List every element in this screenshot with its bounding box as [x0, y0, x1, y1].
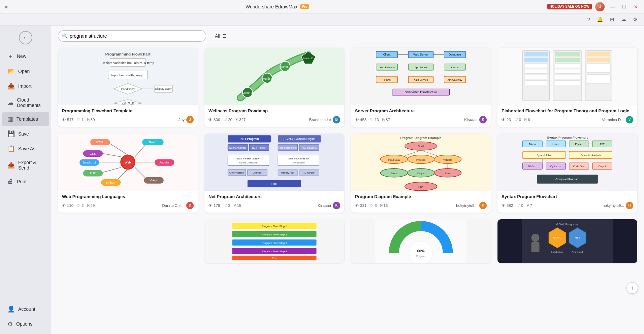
heart-icon-4: ♡ — [514, 117, 518, 122]
svg-text:CPU Processor: CPU Processor — [229, 172, 245, 174]
likes-stat-3: ♡ 13 — [370, 117, 379, 122]
svg-text:Program Flow Step 3: Program Flow Step 3 — [262, 242, 287, 245]
pro-badge: Pro — [300, 4, 309, 9]
views-stat-5: 👁 110 — [62, 203, 73, 208]
svg-rect-74 — [587, 64, 610, 73]
template-card-2[interactable]: Month 1 Month 6 Month 2 Month 12 Wellnes… — [204, 48, 344, 127]
heart-icon-7: ♡ — [370, 203, 374, 208]
search-bar-area: 🔍 All ☰ — [51, 26, 644, 45]
sidebar-item-cloud[interactable]: ☁ Cloud Documents — [2, 94, 49, 111]
eye-icon-6: 👁 — [208, 203, 213, 208]
svg-text:End: End — [418, 185, 423, 188]
search-input-wrap: 🔍 — [58, 30, 206, 42]
template-card-8[interactable]: Syntax Program Flowchart Token Lexer Par… — [497, 134, 637, 213]
sidebar-item-export[interactable]: 📤 Export & Send — [2, 156, 49, 174]
card-info-3: Server Program Architecture 👁 453 ♡ 13 ⎘ — [351, 105, 491, 127]
card-thumb-10: 60% Program — [351, 219, 491, 263]
svg-text:box-temp: box-temp — [122, 101, 134, 104]
minimize-button[interactable]: — — [608, 3, 617, 10]
sidebar-item-open[interactable]: 📂 Open — [2, 64, 49, 78]
copies-stat-2: ⎘ 327 — [236, 118, 246, 122]
svg-text:Month 12: Month 12 — [303, 57, 314, 60]
help-icon[interactable]: ? — [586, 16, 591, 23]
svg-rect-70 — [555, 81, 580, 85]
template-card-5[interactable]: Web HTML CSS JavaScript PHP — [58, 134, 198, 213]
notification-icon[interactable]: 🔔 — [595, 16, 605, 23]
user-avatar[interactable]: U — [595, 2, 605, 11]
open-icon: 📂 — [7, 68, 15, 75]
svg-text:Load Balancer: Load Balancer — [379, 66, 395, 69]
card-info-2: Wellness Program Roadmap 👁 806 ♡ 20 ⎘ 3 — [204, 105, 344, 127]
template-card-7[interactable]: Program Diagram Example Start Input Data… — [351, 134, 491, 213]
card-title-3: Server Program Architecture — [355, 108, 487, 114]
svg-text:Program Flow Step 2: Program Flow Step 2 — [262, 233, 287, 236]
svg-text:Program Flow Step 1: Program Flow Step 1 — [262, 225, 287, 228]
template-card-1[interactable]: Programming Flowchart Declare variables … — [58, 48, 198, 127]
svg-text:Task-Parallel Library: Task-Parallel Library — [237, 157, 260, 160]
sidebar-item-templates[interactable]: ▦ Templates — [2, 112, 49, 126]
template-card-11[interactable]: GOAL Programs GOAL NET Architecture Fram… — [497, 219, 637, 263]
search-input[interactable] — [58, 30, 206, 42]
holiday-badge: HOLIDAY SALE ON NOW — [547, 4, 592, 9]
svg-text:NET Headers: NET Headers — [301, 146, 317, 149]
heart-icon-8: ♡ — [516, 203, 520, 208]
template-card-6[interactable]: .NET Program PLZNG Evolution Engine Quer… — [204, 134, 344, 213]
svg-text:Code Gen: Code Gen — [573, 165, 585, 168]
sidebar-item-options[interactable]: ⚙ Options — [2, 317, 49, 331]
heart-icon-3: ♡ — [370, 117, 374, 122]
copies-stat-5: ⎘ 29 — [87, 203, 95, 208]
eye-icon-7: 👁 — [355, 203, 359, 208]
settings-icon[interactable]: ⚙ — [632, 16, 639, 23]
sidebar-item-import[interactable]: 📥 Import — [2, 79, 49, 93]
sidebar-item-import-label: Import — [18, 83, 32, 89]
card-info-5: Web Programming Languages 👁 110 ♡ 2 ⎘ 2 — [58, 191, 198, 213]
titlebar: ◀ Wondershare EdrawMax Pro HOLIDAY SALE … — [0, 0, 644, 13]
card-info-1: Programming Flowchart Template 👁 547 ♡ 1… — [58, 105, 198, 127]
author-avatar-7: H — [479, 202, 487, 209]
sidebar-item-account[interactable]: 👤 Account — [2, 302, 49, 316]
svg-text:Cache: Cache — [451, 66, 458, 69]
maximize-button[interactable]: ❐ — [620, 3, 629, 10]
svg-text:GOAL Programs: GOAL Programs — [556, 223, 579, 226]
likes-stat-5: ♡ 2 — [77, 203, 84, 208]
sidebar-item-save-as[interactable]: 📋 Save As — [2, 142, 49, 156]
svg-text:Month 2: Month 2 — [280, 65, 290, 69]
author-avatar-3: K — [479, 116, 487, 123]
template-card-3[interactable]: Client Web Server Database Load Balancer… — [351, 48, 491, 127]
template-card-10[interactable]: 60% Program — [351, 219, 491, 263]
community-icon[interactable]: ⊞ — [609, 16, 616, 23]
sidebar-item-print[interactable]: 🖨 Print — [2, 175, 49, 188]
eye-icon-1: 👁 — [62, 118, 66, 122]
template-card-4[interactable]: Elaborated Flowchart for Program Theory … — [497, 48, 637, 127]
sidebar-item-new-label: New — [17, 53, 26, 59]
svg-text:Process: Process — [416, 158, 425, 161]
svg-text:JavaScript: JavaScript — [83, 161, 96, 164]
eye-icon-8: 👁 — [502, 203, 506, 208]
svg-text:.NET Handler: .NET Handler — [251, 146, 266, 149]
filter-button[interactable]: All ☰ — [210, 31, 231, 41]
sidebar-item-new[interactable]: ＋ New — [2, 49, 49, 64]
card-meta-3: 👁 453 ♡ 13 ⎘ 87 Kiraaaa — [355, 116, 487, 123]
svg-text:Input Data: Input Data — [388, 158, 400, 161]
options-icon: ⚙ — [7, 320, 13, 328]
author-6: Kiraaaa K — [318, 202, 340, 209]
svg-text:.NET Program: .NET Program — [240, 137, 259, 141]
import-icon: 📥 — [7, 82, 15, 90]
heart-icon-1: ♡ — [77, 117, 80, 122]
svg-text:Firewall: Firewall — [383, 78, 391, 81]
copies-stat-6: ⎘ 15 — [234, 203, 242, 208]
svg-text:Co-ordination: Co-ordination — [292, 161, 305, 164]
card-thumb-4 — [497, 48, 637, 105]
sidebar-item-save[interactable]: 💾 Save — [2, 127, 49, 141]
close-button[interactable]: ✕ — [632, 3, 640, 10]
svg-text:Vue.js: Vue.js — [150, 179, 157, 182]
svg-rect-62 — [524, 75, 548, 79]
template-card-9[interactable]: Program Flow Step 1 Program Flow Step 2 … — [204, 219, 344, 263]
svg-text:End: End — [272, 257, 277, 259]
scroll-top-button[interactable]: ↑ — [626, 282, 638, 294]
titlebar-left: ◀ — [4, 4, 7, 9]
back-button[interactable]: ← — [19, 31, 32, 44]
svg-text:Output: Output — [598, 165, 606, 168]
upload-cloud-icon[interactable]: ☁ — [620, 16, 627, 23]
views-stat-3: 👁 453 — [355, 118, 366, 122]
